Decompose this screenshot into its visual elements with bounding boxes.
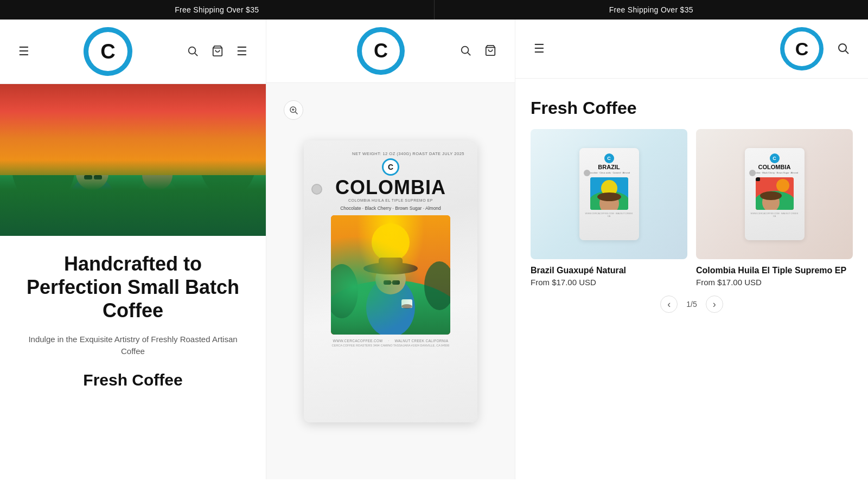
brazil-bag-logo-letter: C — [607, 156, 611, 161]
product-card-brazil[interactable]: C BRAZIL Chocolate · Citrus acids · Cara… — [531, 129, 687, 287]
colombia-bag-country: COLOMBIA — [758, 164, 791, 170]
brazil-bag-footer: WWW.CERCACOFFEE.COM · WALNUT CREEK CA — [584, 212, 635, 217]
hamburger-button[interactable]: ☰ — [16, 42, 31, 61]
search-button-left[interactable] — [184, 42, 201, 61]
search-icon-left — [187, 45, 199, 57]
svg-rect-10 — [84, 175, 92, 179]
colombia-bag-visual: C COLOMBIA Chocolate · Black Cherry · Br… — [696, 129, 853, 259]
hero-heading: Handcrafted to Perfection Small Batch Co… — [22, 252, 244, 323]
middle-logo-letter: C — [374, 40, 388, 62]
svg-rect-15 — [145, 152, 169, 167]
brazil-bag-country: BRAZIL — [598, 164, 620, 170]
right-logo-inner: C — [784, 31, 819, 66]
svg-point-50 — [776, 179, 789, 192]
hero-illustration — [0, 84, 266, 236]
brazil-bag-visual: C BRAZIL Chocolate · Citrus acids · Cara… — [531, 129, 687, 259]
chevron-left-icon: ‹ — [667, 299, 671, 310]
middle-nav: C — [266, 20, 515, 83]
cart-button-left[interactable] — [209, 42, 226, 61]
product-viewer: NET WEIGHT: 12 OZ (340G) ROAST DATE JULY… — [266, 83, 515, 479]
svg-point-39 — [331, 264, 358, 318]
left-panel: ☰ C ☰ — [0, 20, 266, 479]
colombia-product-name: Colombia Huila El Tiple Supremo EP — [696, 266, 853, 275]
left-nav-actions: ☰ — [184, 42, 250, 61]
prev-page-button[interactable]: ‹ — [660, 296, 678, 313]
hamburger-icon: ☰ — [18, 44, 29, 58]
logo[interactable]: C — [84, 27, 132, 76]
bag-logo-inner: C — [384, 160, 398, 174]
svg-point-12 — [133, 176, 182, 236]
svg-rect-33 — [379, 258, 403, 272]
bag-separator: · — [388, 339, 389, 343]
right-panel: ☰ C Fresh Coffee — [515, 20, 868, 479]
search-button-right[interactable] — [834, 40, 852, 59]
bag-footer: WWW.CERCACOFFEE.COM · WALNUT CREEK CALIF… — [333, 339, 449, 343]
bag-illustration-svg — [331, 215, 450, 335]
svg-point-38 — [401, 304, 412, 309]
search-icon-right — [837, 42, 850, 55]
middle-panel: C NET WEIGHT: — [266, 20, 515, 479]
svg-point-14 — [127, 158, 187, 171]
right-logo-letter: C — [795, 38, 809, 60]
chevron-right-icon: › — [713, 299, 716, 310]
svg-point-16 — [11, 111, 76, 209]
brazil-product-name: Brazil Guaxupé Natural — [531, 266, 687, 275]
bag-address: CERCA COFFEE ROASTERS 3494 CAMINO TASSAJ… — [332, 344, 450, 347]
svg-point-52 — [760, 191, 782, 200]
cart-button-middle[interactable] — [482, 42, 499, 60]
coffee-bag: NET WEIGHT: 12 OZ (340G) ROAST DATE JULY… — [304, 140, 477, 422]
brazil-mini-bag: C BRAZIL Chocolate · Citrus acids · Cara… — [579, 148, 639, 240]
hero-subtext: Indulge in the Exquisite Artistry of Fre… — [22, 333, 244, 358]
svg-point-31 — [375, 264, 406, 294]
page-current: 1 — [686, 300, 691, 309]
svg-point-19 — [106, 207, 116, 211]
svg-point-20 — [462, 46, 469, 53]
colombia-product-price: From $17.00 USD — [696, 278, 853, 287]
announcement-item-2: Free Shipping Over $35 — [435, 0, 869, 20]
svg-rect-4 — [0, 171, 266, 236]
svg-point-41 — [839, 44, 846, 52]
svg-point-28 — [331, 280, 450, 335]
announcement-item-1: Free Shipping Over $35 — [0, 0, 435, 20]
bag-location: WALNUT CREEK CALIFORNIA — [394, 339, 448, 343]
svg-rect-3 — [0, 84, 266, 192]
svg-rect-34 — [384, 280, 391, 285]
pagination-row: ‹ 1/5 › — [531, 296, 853, 313]
zoom-button[interactable] — [284, 100, 303, 120]
colombia-bag-notes: Chocolate · Black Cherry · Brown Sugar ·… — [751, 171, 798, 174]
colombia-mini-bag: C COLOMBIA Chocolate · Black Cherry · Br… — [745, 148, 805, 240]
svg-rect-9 — [79, 149, 106, 165]
main-panels: ☰ C ☰ — [0, 20, 868, 479]
svg-rect-37 — [401, 299, 412, 308]
hero-scene — [0, 84, 266, 236]
svg-point-17 — [198, 111, 258, 198]
svg-line-1 — [195, 53, 197, 56]
svg-line-24 — [295, 112, 297, 114]
svg-point-7 — [76, 157, 108, 190]
next-page-button[interactable]: › — [706, 296, 723, 313]
hamburger-button-right[interactable]: ☰ — [532, 40, 547, 58]
search-button-middle[interactable] — [457, 42, 474, 60]
brazil-bag-valve — [584, 170, 590, 176]
svg-rect-53 — [756, 177, 760, 181]
left-nav: ☰ C ☰ — [0, 20, 266, 84]
svg-rect-27 — [331, 215, 450, 335]
hamburger-button-left-2[interactable]: ☰ — [234, 42, 250, 61]
colombia-bag-footer: WWW.CERCACOFFEE.COM · WALNUT CREEK CA — [749, 212, 800, 217]
svg-point-32 — [363, 262, 418, 274]
right-nav: ☰ C — [515, 20, 868, 79]
svg-line-21 — [468, 53, 470, 55]
cart-icon-left — [212, 45, 224, 57]
svg-rect-11 — [94, 175, 102, 179]
svg-point-47 — [597, 192, 621, 201]
right-logo[interactable]: C — [780, 27, 824, 70]
svg-rect-35 — [392, 280, 400, 285]
hamburger-icon-2: ☰ — [237, 44, 247, 58]
middle-logo[interactable]: C — [357, 27, 405, 75]
bag-website: WWW.CERCACOFFEE.COM — [333, 339, 383, 343]
bag-weight-info: NET WEIGHT: 12 OZ (340G) ROAST DATE JULY… — [317, 151, 464, 156]
brazil-illustration-svg — [590, 177, 628, 210]
colombia-bag-logo-letter: C — [773, 156, 776, 161]
product-card-colombia[interactable]: C COLOMBIA Chocolate · Black Cherry · Br… — [696, 129, 853, 287]
logo-letter: C — [100, 40, 115, 63]
